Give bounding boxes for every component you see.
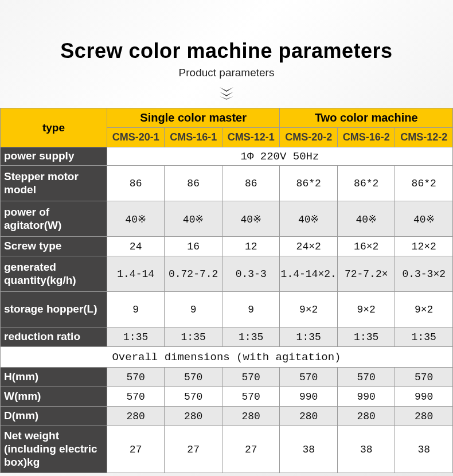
- row-weight: Net weight (including electric box)kg 27…: [1, 426, 453, 473]
- row-label: Screw type: [1, 237, 107, 256]
- data-cell: 86: [107, 166, 165, 201]
- data-cell: 1:35: [280, 327, 338, 347]
- page-subtitle: Product parameters: [0, 67, 453, 79]
- row-label: H(mm): [1, 368, 107, 387]
- data-cell: 570: [222, 368, 280, 387]
- data-cell: 280: [107, 407, 165, 426]
- data-cell: 12×2: [395, 237, 453, 256]
- data-cell: 280: [395, 407, 453, 426]
- row-screw-type: Screw type 24 16 12 24×2 16×2 12×2: [1, 237, 453, 256]
- data-cell: 40※: [222, 201, 280, 237]
- row-label: Net weight (including electric box)kg: [1, 426, 107, 473]
- row-hopper: storage hopper(L) 9 9 9 9×2 9×2 9×2: [1, 292, 453, 327]
- data-cell: 16×2: [337, 237, 395, 256]
- data-cell: 570: [107, 368, 165, 387]
- data-cell: 570: [165, 387, 222, 407]
- model-cell: CMS-12-2: [395, 128, 453, 147]
- model-cell: CMS-20-1: [107, 128, 165, 147]
- data-cell: 40※: [337, 201, 395, 237]
- data-cell: 86*2: [395, 166, 453, 201]
- data-cell: 9×2: [337, 292, 395, 327]
- model-cell: CMS-16-2: [337, 128, 395, 147]
- row-label: storage hopper(L): [1, 292, 107, 327]
- data-cell: 40※: [165, 201, 222, 237]
- page-title: Screw color machine parameters: [0, 39, 453, 63]
- data-cell: 1.4-14: [107, 256, 165, 292]
- table-header-row: type Single color master Two color machi…: [1, 108, 453, 128]
- data-cell: 570: [280, 368, 338, 387]
- data-cell: 0.3-3: [222, 256, 280, 292]
- row-label: reduction ratio: [1, 327, 107, 347]
- row-d: D(mm) 280 280 280 280 280 280: [1, 407, 453, 426]
- svg-marker-1: [220, 92, 233, 96]
- data-cell: 9: [165, 292, 222, 327]
- svg-marker-0: [220, 87, 233, 92]
- data-cell: 9×2: [395, 292, 453, 327]
- data-cell: 86: [165, 166, 222, 201]
- data-cell: 990: [395, 387, 453, 407]
- down-chevron-icon: [0, 87, 453, 100]
- header-group-two: Two color machine: [280, 108, 453, 128]
- row-label: power of agitator(W): [1, 201, 107, 237]
- row-stepper: Stepper motor model 86 86 86 86*2 86*2 8…: [1, 166, 453, 201]
- model-cell: CMS-12-1: [222, 128, 280, 147]
- data-cell: 1.4-14×2.: [280, 256, 338, 292]
- row-label: power supply: [1, 147, 107, 166]
- data-cell: 24×2: [280, 237, 338, 256]
- parameter-table: type Single color master Two color machi…: [0, 108, 453, 473]
- data-cell: 40※: [395, 201, 453, 237]
- row-label: D(mm): [1, 407, 107, 426]
- data-cell: 280: [280, 407, 338, 426]
- data-cell: 27: [107, 426, 165, 473]
- data-cell: 280: [165, 407, 222, 426]
- data-cell: 9: [107, 292, 165, 327]
- power-supply-value: 1Φ 220V 50Hz: [107, 147, 452, 166]
- data-cell: 990: [280, 387, 338, 407]
- data-cell: 570: [337, 368, 395, 387]
- row-label: W(mm): [1, 387, 107, 407]
- row-label: generated quantity(kg/h): [1, 256, 107, 292]
- data-cell: 570: [395, 368, 453, 387]
- data-cell: 86*2: [337, 166, 395, 201]
- data-cell: 1:35: [222, 327, 280, 347]
- data-cell: 86: [222, 166, 280, 201]
- data-cell: 570: [165, 368, 222, 387]
- data-cell: 1:35: [165, 327, 222, 347]
- section-header: Overall dimensions (with agitation): [1, 347, 453, 368]
- data-cell: 40※: [107, 201, 165, 237]
- data-cell: 40※: [280, 201, 338, 237]
- data-cell: 570: [107, 387, 165, 407]
- data-cell: 27: [222, 426, 280, 473]
- header-group-single: Single color master: [107, 108, 280, 128]
- row-w: W(mm) 570 570 570 990 990 990: [1, 387, 453, 407]
- row-section-dims: Overall dimensions (with agitation): [1, 347, 453, 368]
- data-cell: 0.3-3×2: [395, 256, 453, 292]
- row-label: Stepper motor model: [1, 166, 107, 201]
- data-cell: 24: [107, 237, 165, 256]
- svg-marker-2: [220, 96, 233, 100]
- data-cell: 38: [280, 426, 338, 473]
- row-generated: generated quantity(kg/h) 1.4-14 0.72-7.2…: [1, 256, 453, 292]
- data-cell: 280: [337, 407, 395, 426]
- data-cell: 1:35: [337, 327, 395, 347]
- data-cell: 990: [337, 387, 395, 407]
- data-cell: 38: [395, 426, 453, 473]
- data-cell: 0.72-7.2: [165, 256, 222, 292]
- model-cell: CMS-20-2: [280, 128, 338, 147]
- data-cell: 280: [222, 407, 280, 426]
- data-cell: 1:35: [395, 327, 453, 347]
- row-reduction: reduction ratio 1:35 1:35 1:35 1:35 1:35…: [1, 327, 453, 347]
- row-h: H(mm) 570 570 570 570 570 570: [1, 368, 453, 387]
- data-cell: 570: [222, 387, 280, 407]
- data-cell: 1:35: [107, 327, 165, 347]
- row-power-supply: power supply 1Φ 220V 50Hz: [1, 147, 453, 166]
- data-cell: 86*2: [280, 166, 338, 201]
- data-cell: 38: [337, 426, 395, 473]
- data-cell: 72-7.2×: [337, 256, 395, 292]
- data-cell: 27: [165, 426, 222, 473]
- data-cell: 9: [222, 292, 280, 327]
- model-cell: CMS-16-1: [165, 128, 222, 147]
- data-cell: 12: [222, 237, 280, 256]
- data-cell: 16: [165, 237, 222, 256]
- header-type: type: [1, 108, 107, 147]
